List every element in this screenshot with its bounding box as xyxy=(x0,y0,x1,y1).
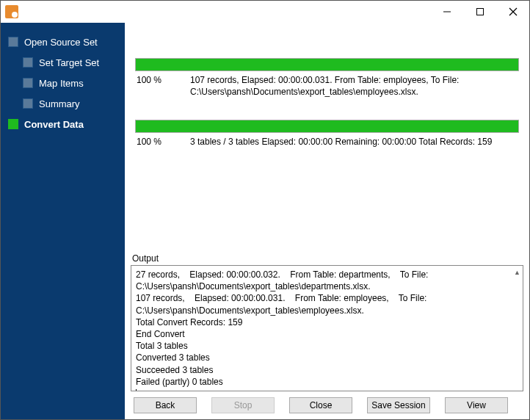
maximize-button[interactable] xyxy=(463,1,496,23)
progress-details: 3 tables / 3 tables Elapsed: 00:00:00 Re… xyxy=(190,136,519,148)
stop-button: Stop xyxy=(211,397,275,413)
window-controls xyxy=(430,1,529,23)
progress-percent: 100 % xyxy=(135,136,190,148)
progress-details: 107 records, Elapsed: 00:00:00.031. From… xyxy=(190,74,519,98)
titlebar xyxy=(1,1,529,23)
nav-label: Convert Data xyxy=(24,119,84,130)
step-marker-icon xyxy=(8,37,18,47)
output-label: Output xyxy=(132,253,523,264)
progress-bar-current xyxy=(135,58,519,71)
progress-percent: 100 % xyxy=(135,74,190,98)
main-panel: 100 % 107 records, Elapsed: 00:00:00.031… xyxy=(125,23,529,419)
nav-label: Open Source Set xyxy=(24,37,98,48)
nav-map-items[interactable]: Map Items xyxy=(1,73,125,93)
minimize-button[interactable] xyxy=(430,1,463,23)
step-marker-icon xyxy=(23,98,33,109)
step-marker-icon xyxy=(8,119,18,129)
button-bar: Back Stop Close Save Session View xyxy=(131,391,523,415)
content-area: Open Source Set Set Target Set Map Items… xyxy=(1,23,529,419)
nav-label: Set Target Set xyxy=(39,57,99,68)
progress-row-current: 100 % 107 records, Elapsed: 00:00:00.031… xyxy=(135,74,519,98)
output-log[interactable]: 27 records, Elapsed: 00:00:00.032. From … xyxy=(131,265,523,391)
close-button[interactable] xyxy=(496,1,529,23)
sidebar: Open Source Set Set Target Set Map Items… xyxy=(1,23,125,419)
nav-label: Map Items xyxy=(39,78,84,89)
step-marker-icon xyxy=(23,78,33,88)
save-session-button[interactable]: Save Session xyxy=(367,397,430,413)
nav-set-target-set[interactable]: Set Target Set xyxy=(1,52,125,73)
progress-row-total: 100 % 3 tables / 3 tables Elapsed: 00:00… xyxy=(135,136,519,148)
back-button[interactable]: Back xyxy=(134,397,197,413)
nav-convert-data[interactable]: Convert Data xyxy=(1,114,125,134)
spacer xyxy=(131,153,523,253)
nav-label: Summary xyxy=(39,98,80,109)
svg-rect-1 xyxy=(476,9,483,15)
progress-area: 100 % 107 records, Elapsed: 00:00:00.031… xyxy=(131,29,523,153)
app-icon xyxy=(5,5,18,18)
output-text: 27 records, Elapsed: 00:00:00.032. From … xyxy=(136,269,431,387)
close-action-button[interactable]: Close xyxy=(289,397,352,413)
text-caret xyxy=(136,389,137,391)
view-button[interactable]: View xyxy=(445,397,508,413)
step-marker-icon xyxy=(23,57,33,68)
nav-open-source-set[interactable]: Open Source Set xyxy=(1,32,125,52)
progress-bar-total xyxy=(135,120,519,133)
nav-summary[interactable]: Summary xyxy=(1,93,125,114)
